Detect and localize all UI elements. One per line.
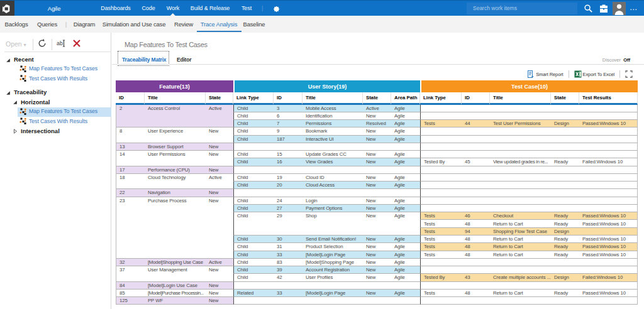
svg-text:ab: ab (57, 40, 63, 46)
